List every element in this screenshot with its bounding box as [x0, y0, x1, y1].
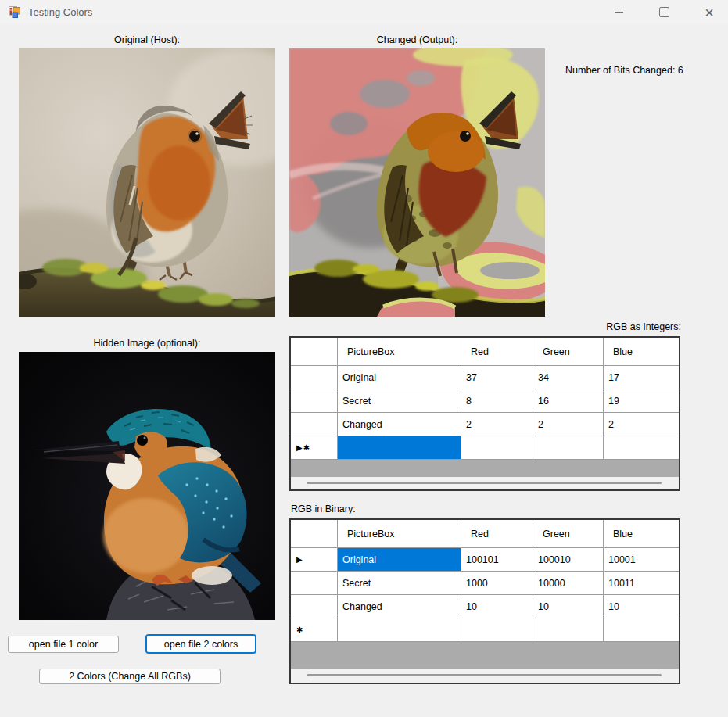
- grid-background: [291, 642, 679, 669]
- cell-red[interactable]: 1000: [461, 572, 533, 595]
- table-header-row: PictureBox Red Green Blue: [291, 520, 679, 548]
- current-row-header[interactable]: ▶: [291, 548, 338, 572]
- app-icon: [9, 5, 22, 19]
- cell-picturebox[interactable]: Secret: [338, 389, 461, 413]
- close-button[interactable]: ×: [691, 0, 727, 24]
- close-icon: ×: [705, 5, 714, 20]
- cell-picturebox[interactable]: Original: [338, 366, 461, 389]
- column-header-red[interactable]: Red: [461, 338, 533, 366]
- scrollbar-thumb[interactable]: [307, 674, 662, 676]
- changed-picturebox: [289, 48, 545, 317]
- hidden-image-label: Hidden Image (optional):: [19, 338, 275, 349]
- robin-changed-illustration: [289, 48, 545, 317]
- cell-blue[interactable]: 2: [604, 413, 679, 436]
- row-header[interactable]: [291, 366, 338, 389]
- new-row-star-icon: ✱: [296, 626, 303, 634]
- cell-red[interactable]: 2: [461, 413, 533, 436]
- new-row-header[interactable]: ▶✱: [291, 436, 338, 460]
- row-header[interactable]: [291, 572, 338, 595]
- maximize-button[interactable]: [646, 0, 682, 24]
- cell-blue[interactable]: 17: [604, 366, 679, 389]
- cell-green[interactable]: 10: [533, 595, 604, 618]
- cell-picturebox[interactable]: Changed: [338, 413, 461, 436]
- selected-cell[interactable]: [338, 436, 461, 460]
- title-bar[interactable]: Testing Colors ×: [0, 0, 728, 24]
- cell-blue[interactable]: [604, 436, 679, 460]
- horizontal-scrollbar[interactable]: [291, 669, 679, 683]
- corner-header-cell[interactable]: [291, 520, 338, 548]
- rgb-integers-label: RGB as Integers:: [446, 321, 681, 332]
- minimize-button[interactable]: [601, 0, 637, 24]
- column-header-picturebox[interactable]: PictureBox: [338, 520, 461, 548]
- window-title: Testing Colors: [28, 6, 92, 18]
- cell-picturebox[interactable]: [338, 618, 461, 642]
- table-new-row: ✱: [291, 618, 679, 642]
- cell-red[interactable]: 100101: [461, 548, 533, 572]
- cell-blue[interactable]: 10: [604, 595, 679, 618]
- table-new-row: ▶✱: [291, 436, 679, 460]
- row-header[interactable]: [291, 595, 338, 618]
- row-header[interactable]: [291, 389, 338, 413]
- table-row: Secret 1000 10000 10011: [291, 572, 679, 595]
- cell-green[interactable]: 100010: [533, 548, 604, 572]
- grid-background: [291, 460, 679, 477]
- row-header[interactable]: [291, 413, 338, 436]
- column-header-red[interactable]: Red: [461, 520, 533, 548]
- cell-red[interactable]: 37: [461, 366, 533, 389]
- cell-red[interactable]: [461, 618, 533, 642]
- robin-original-illustration: [19, 48, 275, 317]
- original-host-label: Original (Host):: [19, 34, 275, 45]
- table-row: Changed 2 2 2: [291, 413, 679, 436]
- change-all-rgbs-button[interactable]: 2 Colors (Change All RGBs): [39, 669, 221, 684]
- cell-green[interactable]: 16: [533, 389, 604, 413]
- cell-red[interactable]: 10: [461, 595, 533, 618]
- open-file-2-colors-button[interactable]: open file 2 colors: [146, 635, 256, 653]
- minimize-icon: [615, 12, 623, 13]
- cell-picturebox[interactable]: Changed: [338, 595, 461, 618]
- bits-changed-label: Number of Bits Changed: 6: [565, 65, 683, 76]
- changed-output-label: Changed (Output):: [289, 34, 545, 45]
- hidden-picturebox: [19, 352, 275, 620]
- cell-red[interactable]: [461, 436, 533, 460]
- cell-green[interactable]: 2: [533, 413, 604, 436]
- corner-header-cell[interactable]: [291, 338, 338, 366]
- rgb-integers-table: PictureBox Red Green Blue Original 37 34…: [289, 336, 680, 491]
- cell-green[interactable]: [533, 436, 604, 460]
- new-row-pencil-icon: ▶✱: [296, 443, 310, 452]
- table-row: Original 37 34 17: [291, 366, 679, 389]
- scrollbar-thumb[interactable]: [307, 482, 662, 484]
- column-header-blue[interactable]: Blue: [604, 338, 679, 366]
- cell-green[interactable]: [533, 618, 604, 642]
- kingfisher-illustration: [19, 352, 275, 620]
- horizontal-scrollbar[interactable]: [291, 477, 679, 489]
- column-header-green[interactable]: Green: [533, 520, 604, 548]
- column-header-green[interactable]: Green: [533, 338, 604, 366]
- cell-green[interactable]: 34: [533, 366, 604, 389]
- current-row-arrow-icon: ▶: [296, 555, 303, 564]
- table-header-row: PictureBox Red Green Blue: [291, 338, 679, 366]
- rgb-binary-label: RGB in Binary:: [291, 504, 356, 514]
- cell-picturebox[interactable]: Secret: [338, 572, 461, 595]
- rgb-binary-table: PictureBox Red Green Blue ▶ Original 100…: [289, 518, 680, 684]
- column-header-picturebox[interactable]: PictureBox: [338, 338, 461, 366]
- table-row-selected: ▶ Original 100101 100010 10001: [291, 548, 679, 572]
- open-file-1-color-button[interactable]: open file 1 color: [8, 636, 119, 653]
- column-header-blue[interactable]: Blue: [604, 520, 679, 548]
- maximize-icon: [659, 7, 669, 17]
- original-picturebox: [19, 48, 275, 317]
- cell-red[interactable]: 8: [461, 389, 533, 413]
- cell-green[interactable]: 10000: [533, 572, 604, 595]
- cell-blue[interactable]: 19: [604, 389, 679, 413]
- selected-cell-picturebox[interactable]: Original: [338, 548, 461, 572]
- cell-blue[interactable]: 10001: [604, 548, 679, 572]
- testing-colors-window: Testing Colors × Original (Host): Change…: [0, 0, 728, 717]
- table-row: Changed 10 10 10: [291, 595, 679, 618]
- table-row: Secret 8 16 19: [291, 389, 679, 413]
- new-row-header[interactable]: ✱: [291, 618, 338, 642]
- cell-blue[interactable]: [604, 618, 679, 642]
- cell-blue[interactable]: 10011: [604, 572, 679, 595]
